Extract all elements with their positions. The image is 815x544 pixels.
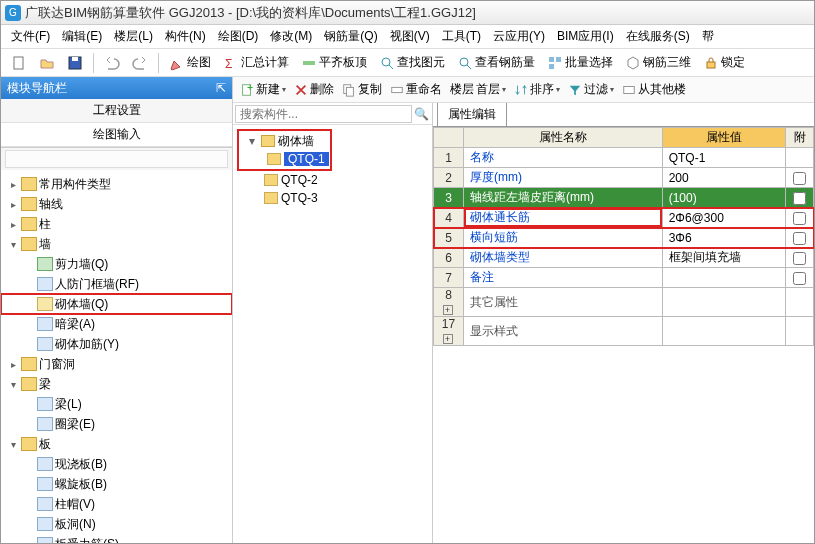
tree-column[interactable]: ▸柱: [1, 214, 232, 234]
menubar: 文件(F) 编辑(E) 楼层(L) 构件(N) 绘图(D) 修改(M) 钢筋量(…: [1, 25, 814, 49]
menu-cloud[interactable]: 云应用(Y): [487, 28, 551, 45]
delete-button[interactable]: 删除: [291, 80, 337, 99]
menu-floor[interactable]: 楼层(L): [108, 28, 159, 45]
svg-point-6: [460, 58, 468, 66]
attach-checkbox[interactable]: [793, 272, 806, 285]
menu-rebar[interactable]: 钢筋量(Q): [318, 28, 383, 45]
undo-button[interactable]: [100, 53, 124, 73]
tab-properties[interactable]: 属性编辑: [437, 103, 507, 126]
property-row[interactable]: 6砌体墙类型框架间填充墙: [434, 248, 814, 268]
open-button[interactable]: [35, 53, 59, 73]
from-other-button[interactable]: 从其他楼: [619, 80, 689, 99]
tree-rf[interactable]: 人防门框墙(RF): [1, 274, 232, 294]
menu-edit[interactable]: 编辑(E): [56, 28, 108, 45]
tree-cap[interactable]: 柱帽(V): [1, 494, 232, 514]
attach-checkbox[interactable]: [793, 172, 806, 185]
menu-tools[interactable]: 工具(T): [436, 28, 487, 45]
ctree-item-3[interactable]: QTQ-3: [237, 189, 428, 207]
menu-online[interactable]: 在线服务(S): [620, 28, 696, 45]
menu-view[interactable]: 视图(V): [384, 28, 436, 45]
batch-button[interactable]: 批量选择: [543, 52, 617, 73]
filter-button[interactable]: 过滤▾: [565, 80, 617, 99]
app-icon: G: [5, 5, 21, 21]
tree-shearwall[interactable]: 剪力墙(Q): [1, 254, 232, 274]
tree-masonry-rebar[interactable]: 砌体加筋(Y): [1, 334, 232, 354]
tree-axis[interactable]: ▸轴线: [1, 194, 232, 214]
main-toolbar: 绘图 Σ汇总计算 平齐板顶 查找图元 查看钢筋量 批量选择 钢筋三维 锁定: [1, 49, 814, 77]
ctree-item-2[interactable]: QTQ-2: [237, 171, 428, 189]
rename-button[interactable]: 重命名: [387, 80, 445, 99]
tree-cast-slab[interactable]: 现浇板(B): [1, 454, 232, 474]
expand-icon[interactable]: +: [443, 334, 453, 344]
property-row[interactable]: 5横向短筋3Φ6: [434, 228, 814, 248]
svg-rect-4: [303, 61, 315, 65]
ctree-item-1[interactable]: QTQ-1: [240, 150, 329, 168]
col-value: 属性值: [662, 128, 785, 148]
window-title: 广联达BIM钢筋算量软件 GGJ2013 - [D:\我的资料库\Documen…: [25, 4, 476, 22]
tree-hidden-beam[interactable]: 暗梁(A): [1, 314, 232, 334]
find-rebar-button[interactable]: 查看钢筋量: [453, 52, 539, 73]
svg-rect-10: [707, 62, 715, 68]
svg-rect-8: [556, 57, 561, 62]
floor-select[interactable]: 楼层 首层▾: [447, 80, 509, 99]
sum-button[interactable]: Σ汇总计算: [219, 52, 293, 73]
attach-checkbox[interactable]: [793, 252, 806, 265]
save-button[interactable]: [63, 53, 87, 73]
property-row[interactable]: 2厚度(mm)200: [434, 168, 814, 188]
svg-rect-14: [346, 87, 353, 96]
property-row[interactable]: 4砌体通长筋2Φ6@300: [434, 208, 814, 228]
attach-checkbox[interactable]: [793, 232, 806, 245]
menu-help[interactable]: 帮: [696, 28, 720, 45]
property-row[interactable]: 3轴线距左墙皮距离(mm)(100): [434, 188, 814, 208]
property-row[interactable]: 1名称QTQ-1: [434, 148, 814, 168]
lock-button[interactable]: 锁定: [699, 52, 749, 73]
menu-component[interactable]: 构件(N): [159, 28, 212, 45]
svg-rect-2: [72, 57, 78, 61]
left-search: [1, 148, 232, 170]
nav-tab-draw[interactable]: 绘图输入: [1, 123, 232, 147]
tree-beam-l[interactable]: 梁(L): [1, 394, 232, 414]
component-tree: ▸常用构件类型 ▸轴线 ▸柱 ▾墙 剪力墙(Q) 人防门框墙(RF) 砌体墙(Q…: [1, 170, 232, 543]
svg-point-5: [382, 58, 390, 66]
rebar3d-button[interactable]: 钢筋三维: [621, 52, 695, 73]
menu-bim[interactable]: BIM应用(I): [551, 28, 620, 45]
nav-tab-project[interactable]: 工程设置: [1, 99, 232, 123]
property-row[interactable]: 8 +其它属性: [434, 288, 814, 317]
right-panel: 属性编辑 属性名称 属性值 附 1名称QTQ-12厚度(mm)2003轴线距左墙…: [433, 103, 814, 543]
flat-button[interactable]: 平齐板顶: [297, 52, 371, 73]
svg-rect-16: [624, 86, 635, 93]
menu-draw[interactable]: 绘图(D): [212, 28, 265, 45]
tree-masonry-wall[interactable]: 砌体墙(Q): [1, 294, 232, 314]
tree-common[interactable]: ▸常用构件类型: [1, 174, 232, 194]
tree-slab-force[interactable]: 板受力筋(S): [1, 534, 232, 543]
tree-slab-hole[interactable]: 板洞(N): [1, 514, 232, 534]
tree-spiral-slab[interactable]: 螺旋板(B): [1, 474, 232, 494]
redo-button[interactable]: [128, 53, 152, 73]
ctree-root[interactable]: ▾砌体墙: [240, 132, 329, 150]
tree-slab[interactable]: ▾板: [1, 434, 232, 454]
left-search-input[interactable]: [5, 150, 228, 168]
expand-icon[interactable]: +: [443, 305, 453, 315]
attach-checkbox[interactable]: [793, 212, 806, 225]
search-icon[interactable]: 🔍: [412, 107, 430, 121]
tree-door[interactable]: ▸门窗洞: [1, 354, 232, 374]
nav-pin-icon[interactable]: ⇱: [216, 81, 226, 95]
svg-rect-9: [549, 64, 554, 69]
tree-ring-beam[interactable]: 圈梁(E): [1, 414, 232, 434]
instance-tree: ▾砌体墙 QTQ-1 QTQ-2 QTQ-3: [233, 125, 432, 543]
find-graphic-button[interactable]: 查找图元: [375, 52, 449, 73]
attach-checkbox[interactable]: [793, 192, 806, 205]
menu-modify[interactable]: 修改(M): [264, 28, 318, 45]
col-name: 属性名称: [464, 128, 663, 148]
sort-button[interactable]: 排序▾: [511, 80, 563, 99]
tree-wall[interactable]: ▾墙: [1, 234, 232, 254]
tree-beam[interactable]: ▾梁: [1, 374, 232, 394]
property-row[interactable]: 7备注: [434, 268, 814, 288]
property-row[interactable]: 17 +显示样式: [434, 317, 814, 346]
component-search-input[interactable]: [235, 105, 412, 123]
new-component-button[interactable]: +新建▾: [237, 80, 289, 99]
menu-file[interactable]: 文件(F): [5, 28, 56, 45]
new-doc-button[interactable]: [7, 53, 31, 73]
copy-button[interactable]: 复制: [339, 80, 385, 99]
draw-button[interactable]: 绘图: [165, 52, 215, 73]
